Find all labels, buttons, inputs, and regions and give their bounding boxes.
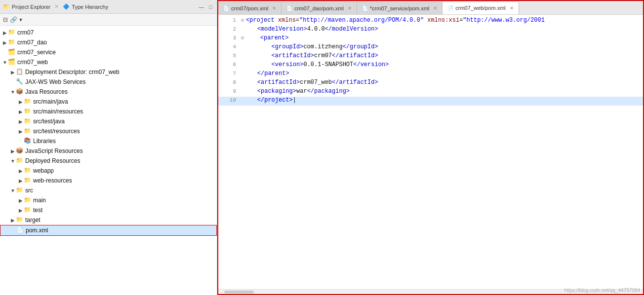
line-number: 7 bbox=[222, 71, 236, 76]
tab-close-button[interactable]: ✕ bbox=[272, 5, 276, 11]
editor-tab-tab1[interactable]: 📄 crm07/pom.xml ✕ bbox=[218, 1, 282, 14]
tree-toggle[interactable]: ▶ bbox=[18, 109, 24, 114]
tree-node-label: src/main/java bbox=[33, 98, 68, 105]
code-content: <project xmlns="http://maven.apache.org/… bbox=[246, 17, 545, 24]
tree-node-icon: 📁 bbox=[8, 38, 16, 46]
tree-node-label: test bbox=[33, 207, 42, 214]
tree-item-1[interactable]: ▶ 📁 crm07 bbox=[0, 28, 217, 37]
tree-toggle[interactable]: ▶ bbox=[2, 30, 8, 36]
code-content: </project>| bbox=[243, 97, 296, 104]
tree-node-label: crm07 bbox=[17, 29, 34, 36]
tree-item-7[interactable]: ▼ 📦 Java Resources bbox=[0, 87, 217, 97]
tree-item-21[interactable]: 📄 pom.xml bbox=[0, 225, 217, 236]
collapse-all-icon[interactable]: ⊟ bbox=[3, 16, 8, 23]
line-number: 9 bbox=[222, 88, 236, 94]
editor-tab-tab3[interactable]: 📄 *crm07_service/pom.xml ✕ bbox=[357, 1, 443, 14]
tab-label: crm07/pom.xml bbox=[231, 5, 268, 11]
code-line-5: 5 <artifactId>crm07</artifactId> bbox=[218, 52, 643, 61]
tree-item-3[interactable]: 🗂️ crm07_service bbox=[0, 47, 217, 57]
tree-item-17[interactable]: ▼ 📁 src bbox=[0, 185, 217, 195]
tree-item-12[interactable]: 📚 Libraries bbox=[0, 136, 217, 146]
tree-toggle[interactable]: ▶ bbox=[18, 99, 24, 105]
tree-toggle[interactable]: ▶ bbox=[18, 168, 24, 174]
tree-toggle[interactable]: ▶ bbox=[18, 198, 24, 203]
tree-node-icon: 🔧 bbox=[16, 78, 24, 86]
tree-toggle[interactable]: ▶ bbox=[18, 208, 24, 213]
tab-close-button[interactable]: ✕ bbox=[510, 5, 514, 11]
tree-item-15[interactable]: ▶ 📁 webapp bbox=[0, 166, 217, 176]
tree-toggle[interactable]: ▼ bbox=[2, 60, 8, 65]
view-menu-icon[interactable]: ▾ bbox=[19, 16, 22, 23]
tree-item-6[interactable]: 🔧 JAX-WS Web Services bbox=[0, 77, 217, 87]
tree-item-11[interactable]: ▶ 📁 src/test/resources bbox=[0, 126, 217, 136]
tree-item-9[interactable]: ▶ 📁 src/main/resources bbox=[0, 107, 217, 116]
tree-node-icon: 📋 bbox=[16, 68, 24, 76]
tab-close-button[interactable]: ✕ bbox=[433, 5, 437, 11]
tree-node-label: src/test/java bbox=[33, 118, 65, 125]
tree-node-label: crm07_service bbox=[17, 49, 56, 56]
tree-node-label: web-resources bbox=[33, 177, 72, 184]
tree-toggle[interactable]: ▶ bbox=[2, 40, 8, 45]
editor-tab-tab2[interactable]: 📄 crm07_dao/pom.xml ✕ bbox=[282, 1, 357, 14]
left-panel: 📁 Project Explorer ✕ 🔷 Type Hierarchy — … bbox=[0, 0, 217, 295]
tab-close-button[interactable]: ✕ bbox=[348, 5, 352, 11]
tree-toggle[interactable]: ▶ bbox=[10, 218, 16, 223]
tree-node-icon: 📦 bbox=[16, 147, 24, 155]
tree-node-label: JavaScript Resources bbox=[25, 148, 83, 154]
tree-node-label: Java Resources bbox=[25, 88, 68, 95]
tree-node-label: src/test/resources bbox=[33, 128, 80, 135]
tree-item-4[interactable]: ▼ 🗂️ crm07_web bbox=[0, 57, 217, 67]
tree-node-icon: 📁 bbox=[8, 29, 16, 37]
tree-toggle[interactable]: ▼ bbox=[10, 89, 16, 95]
panel-title-explorer: 📁 Project Explorer ✕ 🔷 Type Hierarchy bbox=[3, 3, 108, 10]
panel-actions: — □ bbox=[197, 3, 214, 10]
fold-indicator[interactable]: ⊖ bbox=[241, 35, 244, 41]
tree-toggle[interactable]: ▶ bbox=[18, 129, 24, 134]
code-content: <modelVersion>4.0.0</modelVersion> bbox=[243, 26, 378, 33]
fold-indicator[interactable]: ⊖ bbox=[241, 17, 244, 23]
tree-node-label: pom.xml bbox=[26, 227, 48, 234]
tree-item-10[interactable]: ▶ 📁 src/test/java bbox=[0, 116, 217, 126]
maximize-button[interactable]: □ bbox=[207, 3, 214, 10]
line-number: 6 bbox=[222, 62, 236, 68]
tree-toggle[interactable]: ▼ bbox=[10, 188, 16, 193]
tree-node-icon: 📄 bbox=[16, 226, 24, 234]
tree-toggle[interactable]: ▶ bbox=[18, 119, 24, 124]
tab-file-icon: 📄 bbox=[223, 5, 229, 11]
tree-node-icon: 📁 bbox=[24, 206, 32, 214]
tree-item-2[interactable]: ▶ 📁 crm07_dao bbox=[0, 37, 217, 47]
code-line-3: 3 ⊖ <parent> bbox=[218, 35, 643, 43]
editor-area[interactable]: 1 ⊖ <project xmlns="http://maven.apache.… bbox=[218, 15, 643, 289]
tree-item-16[interactable]: ▶ 📁 web-resources bbox=[0, 176, 217, 185]
tree-toggle[interactable]: ▶ bbox=[10, 148, 16, 154]
editor-tab-tab4[interactable]: 📄 crm07_web/pom.xml ✕ bbox=[443, 1, 519, 14]
tab-file-icon: 📄 bbox=[286, 5, 292, 11]
tree-item-20[interactable]: ▶ 📁 target bbox=[0, 215, 217, 225]
main-layout: 📁 Project Explorer ✕ 🔷 Type Hierarchy — … bbox=[0, 0, 644, 295]
horizontal-scrollbar[interactable] bbox=[224, 291, 254, 294]
tree-toggle[interactable]: ▶ bbox=[18, 178, 24, 184]
tree-item-13[interactable]: ▶ 📦 JavaScript Resources bbox=[0, 146, 217, 156]
line-number: 1 bbox=[222, 17, 236, 23]
tab-file-icon: 📄 bbox=[362, 5, 368, 11]
project-explorer-icon: 📁 bbox=[3, 3, 10, 10]
tree-item-18[interactable]: ▶ 📁 main bbox=[0, 195, 217, 205]
tree-item-19[interactable]: ▶ 📁 test bbox=[0, 205, 217, 215]
line-number: 3 bbox=[222, 35, 236, 41]
tree-node-label: webapp bbox=[33, 167, 54, 174]
tree-item-8[interactable]: ▶ 📁 src/main/java bbox=[0, 97, 217, 107]
tree-node-label: Deployment Descriptor: crm07_web bbox=[25, 69, 120, 75]
tree-item-14[interactable]: ▼ 📁 Deployed Resources bbox=[0, 156, 217, 166]
link-with-editor-icon[interactable]: 🔗 bbox=[10, 16, 17, 23]
tree-toggle[interactable]: ▼ bbox=[10, 158, 16, 164]
tree-node-icon: 📁 bbox=[24, 177, 32, 184]
panel-header: 📁 Project Explorer ✕ 🔷 Type Hierarchy — … bbox=[0, 0, 217, 14]
tree-node-icon: 📚 bbox=[24, 137, 32, 145]
tree-node-icon: 📁 bbox=[16, 216, 24, 224]
tree-toggle[interactable]: ▶ bbox=[10, 70, 16, 75]
tree-item-5[interactable]: ▶ 📋 Deployment Descriptor: crm07_web bbox=[0, 67, 217, 77]
code-line-7: 7 </parent> bbox=[218, 70, 643, 79]
minimize-button[interactable]: — bbox=[197, 3, 205, 10]
code-content: <parent> bbox=[246, 35, 288, 41]
type-hierarchy-icon: 🔷 bbox=[63, 3, 70, 10]
